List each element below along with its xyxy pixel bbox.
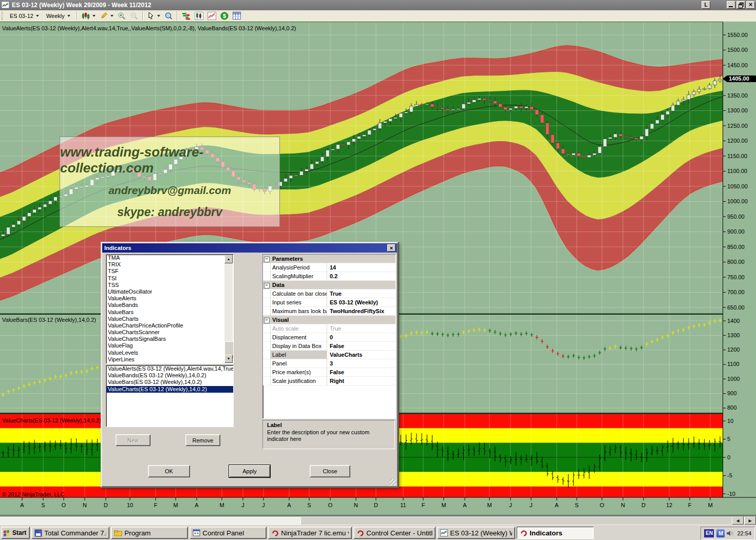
prop-row[interactable]: Price marker(s)False — [263, 368, 395, 377]
prop-row[interactable]: Panel3 — [263, 359, 395, 368]
scroll-up-icon[interactable]: ▲ — [224, 255, 233, 263]
close-button[interactable]: × — [746, 1, 755, 9]
prop-row[interactable]: ScalingMultiplier0.2 — [263, 272, 395, 281]
indicators-dialog[interactable]: Indicators × TMATRIXTSFTSITSSUltimateOsc… — [101, 242, 399, 488]
window-title: ES 03-12 (Weekly) Week 29/2009 - Week 11… — [12, 2, 152, 9]
task-button-control-center-untitled1[interactable]: Control Center - Untitled1 — [353, 527, 436, 539]
prop-row[interactable]: Displacement0 — [263, 333, 395, 342]
task-button-label: ES 03-12 (Weekly) Wee... — [450, 529, 512, 537]
taskbar: Start Total Commander 7.03 - ...ProgramC… — [0, 525, 756, 540]
prop-row[interactable]: Auto scaleTrue — [263, 324, 395, 333]
list-scrollbar[interactable]: ▲ ▼ — [224, 255, 233, 363]
scroll-down-icon[interactable]: ▼ — [224, 355, 233, 363]
configured-indicators-list[interactable]: ValueAlerts(ES 03-12 (Weekly),Alert4.wav… — [106, 365, 234, 427]
indicator-list-item[interactable]: TRIX — [106, 261, 233, 268]
horizontal-scrollbar[interactable]: ◀ ▶ — [0, 516, 756, 525]
dialog-title-bar[interactable]: Indicators × — [102, 243, 397, 253]
help-title: Label — [267, 422, 390, 428]
collapse-icon[interactable]: − — [264, 283, 270, 288]
remove-button[interactable]: Remove — [185, 434, 220, 446]
collapse-icon[interactable]: − — [264, 257, 270, 262]
configured-indicator-item[interactable]: ValueBands(ES 03-12 (Weekly),14,0.2) — [106, 372, 233, 379]
restore-button[interactable] — [736, 1, 745, 9]
drawing-tools-button[interactable] — [98, 11, 115, 21]
indicator-list-item[interactable]: TSS — [106, 282, 233, 288]
collapse-icon[interactable]: − — [264, 318, 270, 323]
axis-label: 1150.00 — [727, 153, 747, 159]
prop-section-parameters[interactable]: −Parameters — [263, 255, 395, 263]
prop-row[interactable]: Scale justificationRight — [263, 377, 395, 385]
indicator-list-item[interactable]: ValueCharts — [106, 316, 233, 322]
axis-label: 1350.00 — [727, 92, 748, 99]
line-chart-button[interactable] — [206, 11, 218, 21]
start-button[interactable]: Start — [1, 527, 30, 539]
indicator-list-item[interactable]: ValueFlag — [106, 342, 233, 349]
prop-row[interactable]: Input seriesES 03-12 (Weekly) — [263, 298, 395, 307]
task-button-program[interactable]: Program — [111, 527, 188, 539]
indicator-list-item[interactable]: TSI — [106, 275, 233, 282]
prop-row[interactable]: LabelValueCharts — [263, 351, 395, 359]
scroll-right-button[interactable]: ▶ — [744, 516, 756, 525]
resize-grip[interactable] — [390, 479, 396, 486]
prop-row[interactable]: AnalysisPeriod14 — [263, 263, 395, 272]
indicator-list-item[interactable]: ValueBands — [106, 302, 233, 308]
scroll-left-button[interactable]: ◀ — [732, 516, 744, 525]
time-label: F — [154, 502, 158, 508]
account-button[interactable]: $ — [219, 11, 230, 21]
data-box-button[interactable] — [163, 11, 174, 21]
price-marker: 1405.00 — [723, 75, 756, 82]
task-button-ninjatrader-7-lic-emu-v5-06[interactable]: NinjaTrader 7 lic.emu v5.06 — [268, 527, 352, 539]
prop-section-data[interactable]: −Data — [263, 281, 395, 290]
prop-section-visual[interactable]: −Visual — [263, 316, 395, 324]
axis-label: 1300.00 — [727, 107, 748, 113]
period-selector[interactable]: Weekly — [43, 11, 73, 21]
property-grid[interactable]: −ParametersAnalysisPeriod14ScalingMultip… — [262, 254, 396, 419]
chart-style-button[interactable] — [80, 11, 97, 21]
system-tray[interactable]: EN M 22:54 — [701, 527, 755, 540]
ok-button[interactable]: OK — [148, 465, 190, 477]
prop-row[interactable]: Maximum bars look backTwoHundredFiftySix — [263, 307, 395, 316]
volume-icon[interactable] — [726, 530, 734, 537]
chart-window-button[interactable] — [193, 11, 205, 21]
task-button-control-panel[interactable]: Control Panel — [190, 527, 267, 539]
instrument-selector[interactable]: ES 03-12 — [7, 11, 42, 21]
link-button[interactable]: L — [702, 1, 710, 9]
configured-indicator-item[interactable]: ValueBars(ES 03-12 (Weekly),14,0.2) — [106, 379, 233, 385]
close-dialog-button[interactable]: Close — [310, 465, 350, 477]
language-indicator[interactable]: EN — [704, 529, 714, 537]
indicator-list-item[interactable]: ValueAlerts — [106, 295, 233, 302]
dialog-close-icon[interactable]: × — [387, 244, 395, 252]
toolbar-grip[interactable] — [2, 12, 4, 20]
zoom-in-button[interactable] — [116, 11, 127, 21]
instrument-label: ES 03-12 — [10, 13, 33, 19]
indicator-list-item[interactable]: ValueChartsPriceActionProfile — [106, 322, 233, 329]
cursor-button[interactable] — [146, 11, 162, 21]
input-method-icon[interactable]: M — [716, 529, 725, 537]
indicator-list-item[interactable]: ValueChartsScanner — [106, 329, 233, 336]
indicator-list-item[interactable]: UltimateOscillator — [106, 288, 233, 295]
apply-button[interactable]: Apply — [229, 465, 270, 477]
indicator-list-item[interactable]: TMA — [106, 255, 233, 261]
indicator-list-item[interactable]: ValueChartsSignalBars — [106, 336, 233, 342]
market-depth-button[interactable] — [180, 11, 192, 21]
prop-row[interactable]: Calculate on bar closeTrue — [263, 290, 395, 298]
ninjatrader-icon — [356, 529, 364, 537]
task-button-es-03-12-weekly-wee[interactable]: ES 03-12 (Weekly) Wee... — [437, 527, 515, 539]
task-button-total-commander-7-03[interactable]: Total Commander 7.03 - ... — [31, 527, 109, 539]
task-button-indicators[interactable]: Indicators — [517, 527, 594, 539]
minimize-button[interactable] — [727, 1, 735, 9]
task-button-label: NinjaTrader 7 lic.emu v5.06 — [281, 529, 349, 537]
configured-indicator-item[interactable]: ValueCharts(ES 03-12 (Weekly),14,0.2) — [106, 386, 233, 393]
indicator-list-item[interactable]: TSF — [106, 268, 233, 275]
title-bar[interactable]: ES 03-12 (Weekly) Week 29/2009 - Week 11… — [0, 0, 756, 10]
indicator-list-item[interactable]: ValueBars — [106, 309, 233, 316]
prop-row[interactable]: Display in Data BoxFalse — [263, 342, 395, 351]
data-grid-button[interactable] — [231, 11, 242, 21]
indicator-list-item[interactable]: ViperLines — [106, 356, 233, 363]
configured-indicator-item[interactable]: ValueAlerts(ES 03-12 (Weekly),Alert4.wav… — [106, 365, 233, 372]
zoom-out-button[interactable] — [128, 11, 140, 21]
new-button[interactable]: New — [116, 434, 150, 446]
available-indicators-list[interactable]: TMATRIXTSFTSITSSUltimateOscillatorValueA… — [106, 254, 234, 364]
chart-icon — [440, 529, 448, 536]
indicator-list-item[interactable]: ValueLevels — [106, 350, 233, 356]
